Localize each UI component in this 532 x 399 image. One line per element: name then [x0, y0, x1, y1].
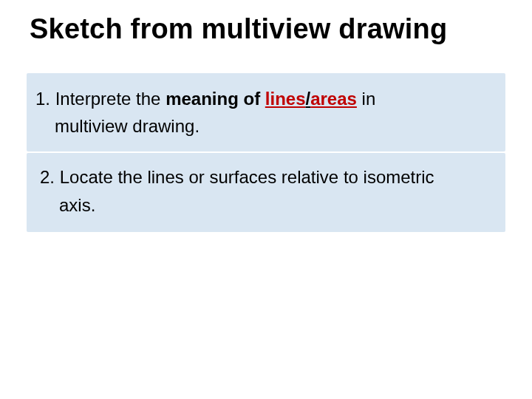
list-item-2: 2. Locate the lines or surfaces relative… [27, 153, 505, 231]
slide: Sketch from multiview drawing 1. Interpr… [0, 0, 532, 399]
item1-line1: 1. Interprete the meaning of lines/areas… [35, 85, 497, 112]
item1-tail: in [357, 89, 375, 109]
item2-line2: axis. [40, 191, 497, 219]
item2-line1: 2. Locate the lines or surfaces relative… [40, 163, 497, 191]
item1-meaning: meaning of [166, 89, 265, 109]
item1-lead: Interprete the [55, 89, 166, 109]
item1-lines: lines [265, 89, 306, 109]
item1-number: 1. [35, 89, 55, 109]
item1-areas: areas [310, 89, 357, 109]
list-item-1: 1. Interprete the meaning of lines/areas… [27, 73, 505, 151]
content-area: 1. Interprete the meaning of lines/areas… [21, 73, 511, 232]
item1-line2: multiview drawing. [35, 112, 497, 140]
slide-title: Sketch from multiview drawing [30, 13, 511, 45]
